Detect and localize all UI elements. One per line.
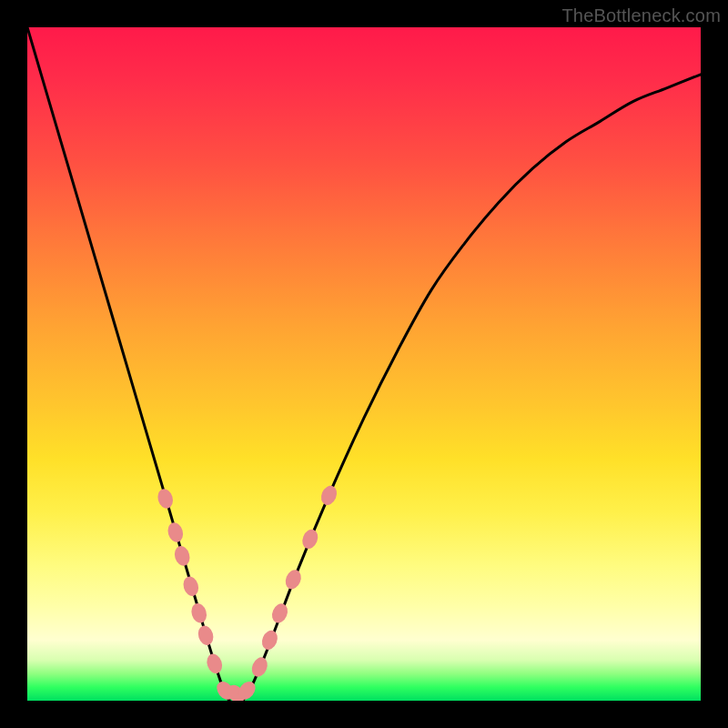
bottleneck-curve-line xyxy=(27,27,701,701)
chart-plot-area xyxy=(27,27,701,701)
curve-marker xyxy=(205,652,225,675)
curve-marker xyxy=(189,602,209,625)
curve-marker xyxy=(299,527,320,551)
curve-marker xyxy=(166,521,186,544)
curve-marker xyxy=(156,487,176,511)
curve-marker xyxy=(181,574,201,598)
curve-marker xyxy=(172,544,192,568)
curve-marker xyxy=(283,568,304,592)
marker-group xyxy=(156,483,339,701)
curve-marker xyxy=(259,628,280,652)
watermark-text: TheBottleneck.com xyxy=(561,5,721,26)
curve-marker xyxy=(249,655,270,679)
chart-svg xyxy=(27,27,701,701)
curve-marker xyxy=(269,602,290,625)
curve-marker xyxy=(318,483,339,508)
curve-marker xyxy=(196,623,216,647)
